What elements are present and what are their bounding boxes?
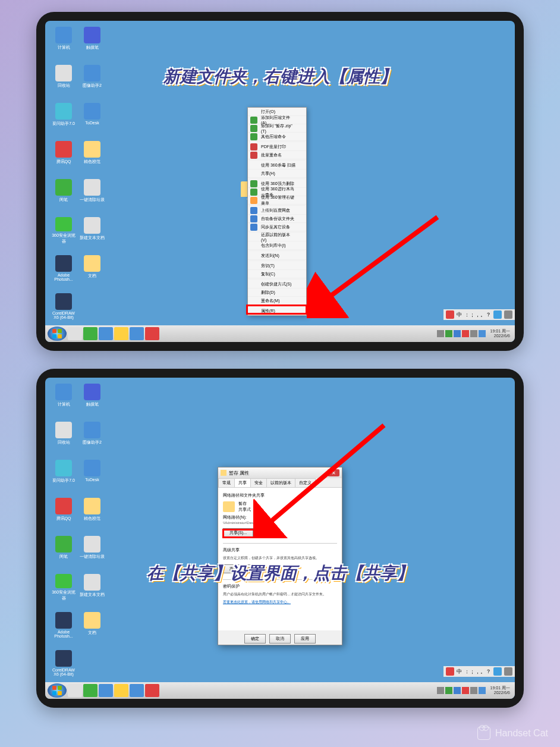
taskbar-app[interactable] xyxy=(145,327,159,340)
language-bar-2[interactable]: 中 ：；，。？ xyxy=(443,666,515,677)
desktop-icon[interactable]: CorelDRAW X6 (64-Bit) xyxy=(51,293,76,321)
context-menu-item[interactable]: 共享(H) xyxy=(248,170,306,178)
system-tray: 19:01 周一 2022/6/6 xyxy=(437,329,512,338)
svg-rect-4 xyxy=(52,334,56,338)
tray-icons[interactable] xyxy=(437,330,486,337)
desktop-icon[interactable]: 要问助手7.0 xyxy=(51,103,76,130)
context-menu: 打开(O)添加到压缩文件(A)...添加到 "暂存.zip"(T)其他压缩命令P… xyxy=(247,107,307,316)
taskbar-app[interactable] xyxy=(83,684,97,697)
dialog-tab[interactable]: 共享 xyxy=(234,478,251,487)
desktop-icon[interactable]: 计算机 xyxy=(51,27,76,54)
desktop-icon[interactable]: ToDesk xyxy=(80,460,105,487)
context-menu-item[interactable]: 使用 360管理右键菜单 xyxy=(248,196,306,205)
context-menu-item[interactable]: 复制(C) xyxy=(248,270,306,278)
context-menu-item[interactable]: 包含到库中(I) xyxy=(248,241,306,250)
start-button[interactable] xyxy=(48,327,67,341)
network-center-link[interactable]: 若要更改此设置，请使用网络和共享中心。 xyxy=(223,600,291,604)
watermark: Handset Cat xyxy=(477,727,548,740)
context-menu-item[interactable]: 还原以前的版本(V) xyxy=(248,233,306,241)
share-folder-status: 共享式 xyxy=(238,507,251,513)
ime-indicator[interactable]: 中 xyxy=(457,311,462,319)
desktop-icon[interactable]: 触摸笔 xyxy=(80,384,105,411)
desktop-icon[interactable]: 计算机 xyxy=(51,384,76,411)
context-menu-item[interactable]: 创建快捷方式(S) xyxy=(248,280,306,288)
advanced-share-label: 高级共享 xyxy=(223,547,337,553)
desktop-icon[interactable]: 图像助手2 xyxy=(80,422,105,449)
tablet-frame-2: 计算机触摸笔回收站图像助手2要问助手7.0ToDesk腾讯QQ精色校范闲笔一键清… xyxy=(36,369,524,708)
taskbar-app[interactable] xyxy=(68,327,82,340)
taskbar-app[interactable] xyxy=(130,684,144,697)
desktop-icon[interactable]: 腾讯QQ xyxy=(51,141,76,168)
desktop-icon[interactable]: 触摸笔 xyxy=(80,27,105,54)
context-menu-item[interactable]: 发送到(N) xyxy=(248,252,306,260)
desktop-icon[interactable]: 精色校范 xyxy=(80,141,105,168)
desktop-icon[interactable]: 要问助手7.0 xyxy=(51,460,76,487)
lang-tool-icon-2[interactable] xyxy=(504,310,512,319)
ime-symbols: ：；，。？ xyxy=(464,668,491,676)
desktop-icon[interactable]: 一键清除垃圾 xyxy=(80,179,105,206)
lang-tool-icon[interactable] xyxy=(493,667,502,676)
taskbar-items xyxy=(68,684,159,697)
lang-tool-icon-2[interactable] xyxy=(504,667,512,676)
apply-button[interactable]: 应用 xyxy=(294,634,316,644)
start-button[interactable] xyxy=(48,683,67,698)
cancel-button[interactable]: 取消 xyxy=(269,634,291,644)
lang-tool-icon[interactable] xyxy=(493,310,502,319)
desktop-icon[interactable]: 一键清除垃圾 xyxy=(80,536,105,563)
desktop-icon[interactable]: 闲笔 xyxy=(51,536,76,563)
instruction-text-1: 新建文件夹，右键进入【属性】 xyxy=(45,65,515,88)
desktop-icon[interactable]: CorelDRAW X6 (64-Bit) xyxy=(51,650,76,677)
menu-separator xyxy=(249,250,305,251)
instruction-text-2: 在【共享】设置界面，点击【共享】 xyxy=(45,562,515,585)
desktop-icon[interactable]: 新建文本文档 xyxy=(80,217,105,244)
taskbar-1: 19:01 周一 2022/6/6 xyxy=(45,325,515,342)
taskbar-app[interactable] xyxy=(130,327,144,340)
arrow-1 xyxy=(307,211,455,318)
context-menu-item[interactable]: 同步至其它设备 xyxy=(248,223,306,231)
context-menu-item[interactable]: 使用 360杀毒 扫描 xyxy=(248,161,306,170)
ime-symbols: ：；，。？ xyxy=(464,311,491,319)
context-menu-item[interactable]: 上传到百度网盘 xyxy=(248,206,306,215)
dialog-tab[interactable]: 常规 xyxy=(218,478,235,487)
taskbar-app[interactable] xyxy=(145,684,159,697)
desktop-icon[interactable]: Adobe Photosh... xyxy=(51,255,76,283)
taskbar-app[interactable] xyxy=(114,327,128,340)
taskbar-app[interactable] xyxy=(114,684,128,697)
tray-icons[interactable] xyxy=(437,687,486,694)
context-menu-item[interactable]: PDF批量打印 xyxy=(248,143,306,151)
desktop-icon[interactable]: 回收站 xyxy=(51,422,76,449)
dialog-footer: 确定 取消 应用 xyxy=(218,630,342,647)
svg-rect-8 xyxy=(52,686,56,690)
taskbar-app[interactable] xyxy=(83,327,97,340)
desktop-icon[interactable]: ToDesk xyxy=(80,103,105,130)
context-menu-item[interactable]: 删除(D) xyxy=(248,288,306,297)
taskbar-app[interactable] xyxy=(68,684,82,697)
taskbar-clock[interactable]: 19:01 周一 2022/6/6 xyxy=(488,686,512,695)
sogou-icon[interactable] xyxy=(446,667,454,676)
desktop-icons-grid-2: 计算机触摸笔回收站图像助手2要问助手7.0ToDesk腾讯QQ精色校范闲笔一键清… xyxy=(51,384,105,677)
desktop-icon[interactable]: 文档 xyxy=(80,255,105,283)
taskbar-app[interactable] xyxy=(99,327,113,340)
context-menu-item[interactable]: 其他压缩命令 xyxy=(248,133,306,141)
taskbar-items xyxy=(68,327,159,340)
context-menu-item[interactable]: 重命名(M) xyxy=(248,297,306,305)
svg-rect-11 xyxy=(58,691,62,695)
taskbar-clock[interactable]: 19:01 周一 2022/6/6 xyxy=(488,329,512,338)
svg-rect-5 xyxy=(58,334,62,338)
desktop-icon[interactable]: 精色校范 xyxy=(80,498,105,525)
desktop-icon[interactable]: 360安全浏览器 xyxy=(51,217,76,244)
menu-separator xyxy=(249,279,305,280)
desktop-icon[interactable]: Adobe Photosh... xyxy=(51,612,76,639)
desktop-icon[interactable]: 文档 xyxy=(80,612,105,639)
context-menu-item[interactable]: 自动备份该文件夹 xyxy=(248,215,306,223)
ok-button[interactable]: 确定 xyxy=(244,634,266,644)
tablet-frame-1: 计算机触摸笔回收站图像助手2要问助手7.0ToDesk腾讯QQ精色校范闲笔一键清… xyxy=(36,12,524,351)
context-menu-item[interactable]: 批量重命名 xyxy=(248,151,306,159)
ime-indicator[interactable]: 中 xyxy=(457,668,462,676)
context-menu-item[interactable]: 添加到 "暂存.zip"(T) xyxy=(248,124,306,133)
desktop-icon[interactable]: 闲笔 xyxy=(51,179,76,206)
context-menu-item[interactable]: 剪切(T) xyxy=(248,262,306,270)
taskbar-app[interactable] xyxy=(99,684,113,697)
desktop-icon[interactable]: 腾讯QQ xyxy=(51,498,76,525)
desktop-screen-1: 计算机触摸笔回收站图像助手2要问助手7.0ToDesk腾讯QQ精色校范闲笔一键清… xyxy=(45,21,515,342)
